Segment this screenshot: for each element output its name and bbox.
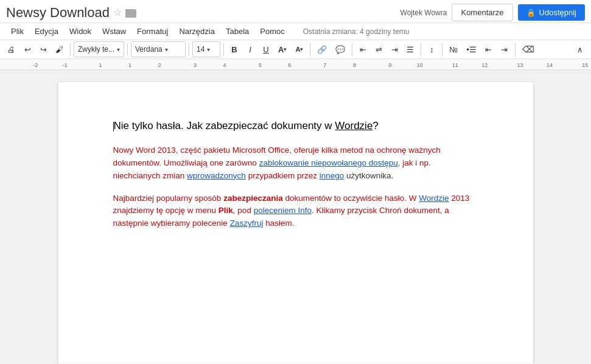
- ruler-mark: 7: [324, 62, 327, 68]
- heading-wordzie: Wordzie: [335, 120, 372, 131]
- ruler-mark: 14: [547, 62, 553, 68]
- para1-link-wprowadzonych[interactable]: wprowadzonych: [187, 171, 246, 180]
- menu-edycja[interactable]: Edycja: [30, 24, 63, 38]
- align-right-button[interactable]: ⇥: [387, 41, 402, 57]
- menu-plik[interactable]: Plik: [6, 24, 29, 38]
- highlight-dropdown-arrow: ▾: [300, 46, 303, 52]
- ruler-mark: 12: [481, 62, 488, 68]
- ruler-mark: 9: [388, 62, 391, 68]
- para1-link-zablokowanie[interactable]: zablokowanie niepowołanego dostępu: [259, 158, 398, 167]
- text-cursor: [113, 122, 114, 131]
- para2-red-start: Najbardziej popularny sposób zabezpiecza…: [113, 194, 470, 228]
- print-button[interactable]: 🖨: [4, 41, 19, 57]
- separator-1: [70, 43, 71, 55]
- ruler: -2 -1 1 1 2 3 4 5 6 7 8 9 10 11 12 13 14…: [0, 59, 591, 70]
- ruler-mark: 2: [158, 62, 161, 68]
- fontsize-dropdown-arrow: ▾: [207, 46, 210, 53]
- top-right-actions: Wojtek Wowra Komentarze 🔒 Udostępnij: [400, 4, 585, 21]
- ruler-mark: 1: [99, 62, 102, 68]
- toolbar: 🖨 ↩ ↪ 🖌 Zwykły te... ▾ Verdana ▾ 14 ▾ B …: [0, 40, 591, 59]
- line-spacing-button[interactable]: ↕: [424, 41, 439, 57]
- ruler-mark: 3: [194, 62, 197, 68]
- separator-3: [189, 43, 189, 55]
- redo-button[interactable]: ↪: [36, 41, 51, 57]
- ruler-mark: -1: [63, 62, 68, 68]
- text-color-button[interactable]: A ▾: [275, 41, 290, 57]
- link-button[interactable]: 🔗: [313, 41, 330, 57]
- lock-icon: 🔒: [526, 9, 536, 17]
- style-dropdown-arrow: ▾: [117, 46, 120, 53]
- share-button[interactable]: 🔒 Udostępnij: [518, 4, 585, 21]
- font-label: Verdana: [135, 45, 163, 54]
- italic-button[interactable]: I: [243, 41, 257, 57]
- style-label: Zwykły te...: [78, 45, 114, 54]
- align-center-button[interactable]: ⇌: [371, 41, 386, 57]
- fontsize-label: 14: [197, 45, 205, 54]
- underline-button[interactable]: U: [259, 41, 273, 57]
- paragraph-1: Nowy Word 2013, część pakietu Microsoft …: [113, 144, 478, 183]
- ruler-mark: 6: [288, 62, 291, 68]
- undo-button[interactable]: ↩: [20, 41, 35, 57]
- separator-8: [442, 43, 442, 55]
- para1-link-innego[interactable]: innego: [320, 171, 344, 180]
- fontsize-dropdown[interactable]: 14 ▾: [192, 41, 220, 57]
- para1-red-start: Nowy Word 2013, część pakietu Microsoft …: [113, 145, 441, 180]
- ruler-mark: 11: [452, 62, 458, 68]
- ruler-mark: 4: [223, 62, 226, 68]
- ruler-mark: 1: [128, 62, 131, 68]
- clear-formatting-button[interactable]: ⌫: [519, 41, 538, 57]
- toolbar-collapse-button[interactable]: ∧: [573, 41, 587, 57]
- top-bar: Newsy Download ☆ Wojtek Wowra Komentarze…: [0, 0, 591, 23]
- ruler-mark: 10: [416, 62, 422, 68]
- folder-icon[interactable]: [125, 9, 136, 18]
- paragraph-2: Najbardziej popularny sposób zabezpiecza…: [113, 192, 478, 231]
- text-color-icon: A: [278, 45, 284, 54]
- star-icon[interactable]: ☆: [113, 7, 122, 18]
- separator-9: [515, 43, 516, 55]
- menu-widok[interactable]: Widok: [65, 24, 96, 38]
- bullet-list-button[interactable]: •☰: [463, 41, 480, 57]
- menu-wstaw[interactable]: Wstaw: [97, 24, 131, 38]
- separator-6: [352, 43, 352, 55]
- title-area: Newsy Download ☆: [6, 5, 136, 21]
- menu-formatuj[interactable]: Formatuj: [132, 24, 173, 38]
- font-dropdown-arrow: ▾: [165, 46, 168, 53]
- highlight-button[interactable]: A ▾: [292, 41, 307, 57]
- user-name: Wojtek Wowra: [400, 9, 447, 17]
- numbered-list-button[interactable]: №: [446, 41, 461, 57]
- menu-pomoc[interactable]: Pomoc: [255, 24, 289, 38]
- paint-format-button[interactable]: 🖌: [52, 41, 67, 57]
- ruler-mark: 5: [259, 62, 262, 68]
- comment-button[interactable]: 💬: [332, 41, 349, 57]
- style-dropdown[interactable]: Zwykły te... ▾: [74, 41, 124, 57]
- last-saved-status: Ostatnia zmiana: 4 godziny temu: [303, 27, 410, 36]
- align-left-button[interactable]: ⇤: [355, 41, 370, 57]
- para2-link-wordzie[interactable]: Wordzie: [419, 194, 449, 203]
- ruler-mark: 13: [517, 62, 523, 68]
- ruler-mark: 8: [353, 62, 356, 68]
- document-title: Newsy Download: [6, 5, 110, 21]
- ruler-mark: 15: [582, 62, 588, 68]
- share-button-label: Udostępnij: [539, 8, 576, 17]
- para2-bold-zabezpieczania: zabezpieczania: [223, 194, 283, 203]
- bold-button[interactable]: B: [227, 41, 242, 57]
- justify-button[interactable]: ☰: [403, 41, 418, 57]
- highlight-icon: A: [295, 46, 300, 53]
- font-dropdown[interactable]: Verdana ▾: [131, 41, 186, 57]
- increase-indent-button[interactable]: ⇥: [497, 41, 512, 57]
- menu-tabela[interactable]: Tabela: [221, 24, 254, 38]
- separator-4: [223, 43, 224, 55]
- ruler-inner: -2 -1 1 1 2 3 4 5 6 7 8 9 10 11 12 13 14…: [0, 59, 591, 69]
- separator-5: [310, 43, 310, 55]
- para2-link-zaszyfruj[interactable]: Zaszyfruj: [230, 219, 264, 228]
- para2-bold-plik: Plik: [219, 206, 233, 215]
- comments-button[interactable]: Komentarze: [452, 4, 512, 21]
- document-page[interactable]: Nie tylko hasła. Jak zabezpieczać dokume…: [58, 82, 533, 363]
- ruler-mark: -2: [33, 62, 38, 68]
- para2-link-poleceniem[interactable]: poleceniem Info: [254, 206, 312, 215]
- document-area[interactable]: Nie tylko hasła. Jak zabezpieczać dokume…: [0, 70, 591, 363]
- menu-narzedzia[interactable]: Narzędzia: [174, 24, 220, 38]
- decrease-indent-button[interactable]: ⇤: [481, 41, 496, 57]
- separator-2: [127, 43, 128, 55]
- text-color-dropdown-arrow: ▾: [284, 46, 287, 52]
